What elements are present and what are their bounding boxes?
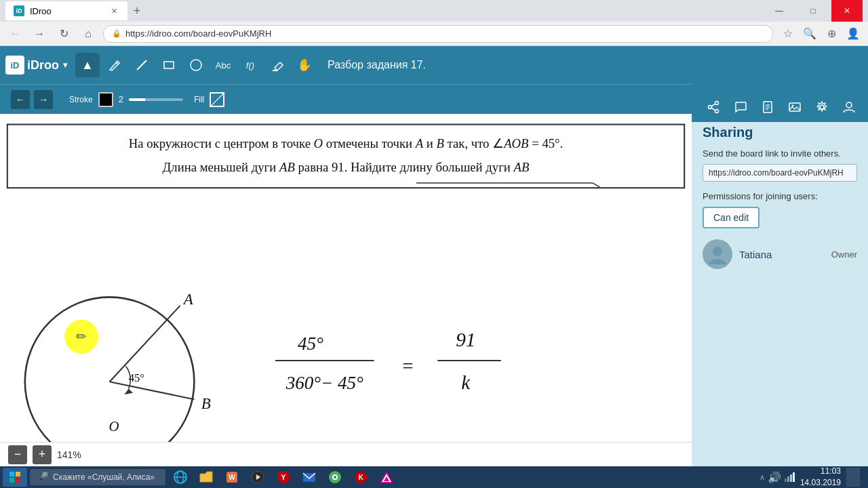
taskbar-search[interactable]: 🎤 Скажите «Слушай, Алиса» <box>30 469 165 485</box>
chat-button[interactable] <box>730 96 751 118</box>
fill-color-swatch[interactable] <box>210 92 224 107</box>
speaker-icon[interactable]: 🔊 <box>768 471 781 484</box>
app-logo: iD iDroo ▾ <box>5 56 67 75</box>
new-tab-button[interactable]: + <box>127 1 146 20</box>
svg-rect-65 <box>787 476 789 482</box>
stroke-width-value: 2 <box>119 94 123 104</box>
hand-icon: ✋ <box>297 58 312 73</box>
right-panel: Sharing Send the board link to invite ot… <box>692 46 868 466</box>
undo-button[interactable]: ← <box>11 90 30 109</box>
rect-tool[interactable] <box>157 53 181 77</box>
document-button[interactable] <box>757 96 778 118</box>
user-role: Owner <box>831 249 857 260</box>
tab-close-button[interactable]: ✕ <box>108 5 119 16</box>
fill-label: Fill <box>194 95 204 104</box>
canvas-area: iD iDroo ▾ ▲ Abc f() <box>0 46 692 466</box>
svg-text:=: = <box>402 355 413 377</box>
network-icon[interactable] <box>784 472 795 483</box>
taskbar-app5[interactable]: Y <box>271 468 296 487</box>
svg-text:360°− 45°: 360°− 45° <box>285 373 363 393</box>
address-bar-actions: ☆ 🔍 ⊕ 👤 <box>778 24 863 43</box>
taskbar-media[interactable] <box>245 468 270 487</box>
panel-content: Sharing Send the board link to invite ot… <box>692 114 868 466</box>
yandex-search-button[interactable]: 🔍 <box>800 24 819 43</box>
zoom-in-button[interactable]: + <box>33 445 52 464</box>
system-tray: ∧ 🔊 <box>760 471 795 484</box>
svg-rect-5 <box>7 125 684 188</box>
svg-point-39 <box>846 102 852 108</box>
forward-button[interactable]: → <box>30 24 49 43</box>
text-tool[interactable]: Abc <box>211 53 235 77</box>
svg-rect-67 <box>793 472 795 482</box>
zoom-out-button[interactable]: − <box>8 445 27 464</box>
stroke-label: Stroke <box>69 95 93 104</box>
stroke-width-slider[interactable] <box>129 98 183 101</box>
minimize-button[interactable]: — <box>764 0 795 22</box>
svg-line-1 <box>137 60 146 70</box>
settings-button[interactable] <box>811 96 833 118</box>
logo-text: iDroo <box>27 58 59 73</box>
user-profile-button[interactable] <box>838 96 860 118</box>
refresh-button[interactable]: ↻ <box>54 24 73 43</box>
line-tool[interactable] <box>130 53 154 77</box>
svg-text:k: k <box>461 371 471 393</box>
svg-point-58 <box>334 476 336 479</box>
image-button[interactable] <box>784 96 806 118</box>
whiteboard[interactable]: На окружности с центром в точке O отмече… <box>0 114 692 466</box>
svg-rect-43 <box>9 478 14 483</box>
cursor-tool[interactable]: ▲ <box>75 53 100 77</box>
taskbar-browser[interactable] <box>323 468 347 487</box>
app-toolbar: iD iDroo ▾ ▲ Abc f() <box>0 46 692 84</box>
taskbar-app3[interactable]: W <box>220 468 244 487</box>
function-tool[interactable]: f() <box>238 53 262 77</box>
time-display: 11:03 <box>800 466 841 477</box>
logo-dropdown-icon[interactable]: ▾ <box>63 60 67 70</box>
right-panel-toolbar <box>692 92 868 122</box>
board-link-input[interactable] <box>703 164 857 182</box>
taskbar: 🎤 Скажите «Слушай, Алиса» W Y K <box>0 466 868 488</box>
user-row: Tatiana Owner <box>703 239 857 269</box>
pen-tool[interactable] <box>102 53 127 77</box>
taskbar-mail[interactable] <box>297 468 321 487</box>
home-button[interactable]: ⌂ <box>79 24 98 43</box>
svg-text:45°: 45° <box>129 371 144 384</box>
back-button[interactable]: ← <box>5 24 24 43</box>
style-bar: ← → Stroke 2 Fill <box>0 84 692 114</box>
star-button[interactable]: ☆ <box>778 24 797 43</box>
svg-point-40 <box>713 247 722 256</box>
svg-text:✏: ✏ <box>76 329 87 344</box>
eraser-tool[interactable] <box>265 53 290 77</box>
fill-group: Fill <box>194 92 224 107</box>
taskbar-explorer[interactable] <box>194 468 218 487</box>
taskbar-clock[interactable]: 11:03 14.03.2019 <box>800 466 841 488</box>
start-button[interactable] <box>3 468 27 487</box>
stroke-color-swatch[interactable] <box>98 92 113 107</box>
minimize-tray-icon[interactable]: ∧ <box>760 473 765 482</box>
hand-tool[interactable]: ✋ <box>292 53 317 77</box>
canvas-svg: На окружности с центром в точке O отмече… <box>0 114 692 466</box>
svg-text:O: O <box>109 418 119 434</box>
taskbar-antivirus[interactable]: K <box>349 468 373 487</box>
show-desktop-button[interactable] <box>846 468 860 487</box>
profile-button[interactable]: 👤 <box>844 24 863 43</box>
svg-text:91: 91 <box>456 329 475 350</box>
taskbar-app9[interactable] <box>374 468 399 487</box>
extensions-button[interactable]: ⊕ <box>822 24 841 43</box>
url-bar[interactable]: 🔒 https://idroo.com/board-eovPuKMjRH <box>103 25 773 43</box>
svg-line-31 <box>711 108 715 110</box>
svg-text:W: W <box>229 474 235 481</box>
url-text: https://idroo.com/board-eovPuKMjRH <box>125 28 271 39</box>
svg-line-30 <box>711 104 715 106</box>
can-edit-button[interactable]: Can edit <box>703 207 760 228</box>
ellipse-tool[interactable] <box>184 53 208 77</box>
close-button[interactable]: ✕ <box>831 0 863 22</box>
taskbar-ie[interactable] <box>168 468 193 487</box>
share-button[interactable] <box>703 96 724 118</box>
svg-rect-41 <box>9 472 14 476</box>
maximize-button[interactable]: □ <box>797 0 829 22</box>
svg-point-27 <box>715 102 719 105</box>
svg-rect-42 <box>16 472 20 476</box>
browser-tab[interactable]: iD IDroo ✕ <box>5 1 127 20</box>
redo-button[interactable]: → <box>34 90 53 109</box>
svg-point-29 <box>709 106 712 109</box>
